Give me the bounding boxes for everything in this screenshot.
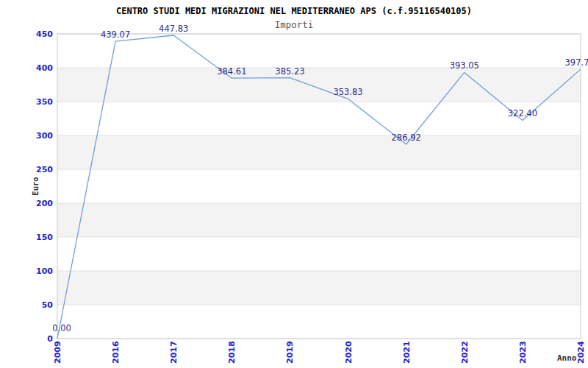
y-tick-label: 200 — [36, 199, 53, 208]
chart-subtitle: Importi — [0, 19, 588, 30]
y-tick-label: 300 — [36, 131, 53, 141]
y-tick-label: 350 — [36, 97, 53, 107]
x-tick-label: 2021 — [402, 341, 412, 364]
x-tick-label: 2009 — [53, 341, 62, 364]
y-tick-label: 250 — [36, 165, 53, 174]
y-tick-label: 100 — [36, 266, 53, 276]
x-tick-label: 2023 — [518, 341, 528, 364]
point-value-label: 353.83 — [333, 87, 362, 97]
x-tick-label: 2017 — [169, 341, 179, 364]
x-axis-tick-labels: 2009201620172018201920202021202220232024 — [53, 341, 586, 364]
y-tick-label: 400 — [36, 63, 53, 73]
point-value-label: 397.7 — [565, 57, 588, 68]
x-axis-title: Anno — [557, 353, 577, 363]
x-tick-label: 2020 — [344, 341, 354, 364]
y-axis-title: Euro — [31, 177, 40, 195]
x-tick-label: 2022 — [460, 341, 470, 364]
point-value-label: 393.05 — [450, 60, 479, 71]
point-value-label: 384.61 — [217, 66, 246, 77]
point-value-label: 0.00 — [52, 323, 71, 333]
y-tick-label: 450 — [36, 29, 53, 39]
y-tick-label: 150 — [36, 233, 53, 242]
x-tick-label: 2018 — [227, 341, 237, 364]
point-value-label: 439.07 — [101, 29, 130, 40]
line-chart-plot: 0501001502002503003504004502009201620172… — [0, 0, 588, 368]
point-value-label: 385.23 — [275, 66, 304, 77]
y-tick-label: 50 — [42, 300, 54, 310]
x-tick-label: 2019 — [285, 341, 295, 364]
chart-canvas: 0501001502002503003504004502009201620172… — [0, 0, 588, 368]
point-value-label: 286.92 — [392, 132, 421, 143]
point-value-label: 322.40 — [508, 108, 537, 118]
x-tick-label: 2016 — [111, 341, 121, 364]
x-tick-label: 2024 — [576, 341, 586, 364]
chart-title: CENTRO STUDI MEDI MIGRAZIONI NEL MEDITER… — [0, 6, 588, 16]
